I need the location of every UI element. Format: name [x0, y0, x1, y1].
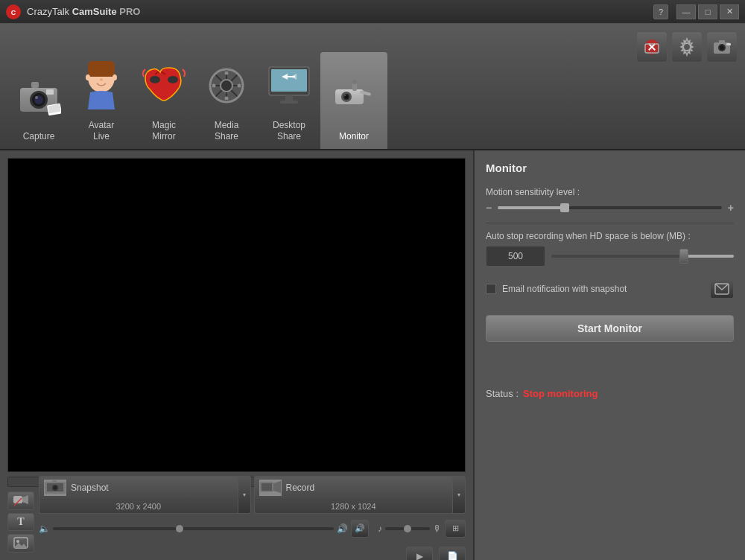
music-slider[interactable]: [385, 527, 430, 530]
title-bar: C CrazyTalk CamSuite PRO ? — □ ✕: [0, 0, 745, 24]
nav-item-capture[interactable]: Capture: [7, 34, 70, 149]
svg-point-57: [683, 43, 691, 51]
start-monitor-button[interactable]: Start Monitor: [486, 315, 734, 342]
nav-item-desktop-share[interactable]: DesktopShare: [258, 34, 320, 149]
email-icon-button[interactable]: [710, 279, 734, 299]
nav-item-avatar-live[interactable]: AvatarLive: [70, 34, 133, 149]
sensitivity-minus[interactable]: −: [486, 202, 492, 214]
snapshot-control: Snapshot 3200 x 2400 ▾: [39, 476, 251, 514]
maximize-button[interactable]: □: [698, 4, 717, 19]
mute-button[interactable]: 🔊: [351, 520, 369, 538]
sensitivity-thumb[interactable]: [560, 203, 569, 212]
camera-toggle-button[interactable]: [7, 491, 34, 510]
monitor-panel-title: Monitor: [486, 162, 734, 174]
svg-rect-9: [46, 89, 54, 95]
nav-bar: Capture: [0, 24, 745, 150]
hd-input-row: [486, 246, 734, 267]
record-file-button[interactable]: 📄: [439, 547, 466, 561]
play-button[interactable]: ▶: [406, 547, 433, 561]
nav-right-icons: [636, 31, 738, 63]
svg-point-7: [35, 96, 38, 99]
svg-point-18: [100, 79, 103, 81]
volume-slider-thumb[interactable]: [176, 525, 183, 532]
svg-rect-61: [719, 40, 725, 43]
image-overlay-button[interactable]: [7, 534, 34, 553]
svg-rect-62: [726, 43, 731, 45]
hd-slider-thumb[interactable]: [679, 249, 688, 264]
sensitivity-label: Motion sensitivity level :: [486, 187, 734, 197]
email-checkbox[interactable]: [486, 284, 496, 294]
bottom-controls: T: [7, 491, 466, 553]
svg-point-24: [168, 76, 178, 83]
avatar-live-icon: [79, 56, 124, 115]
playback-row: ▶ 📄: [406, 544, 466, 561]
cam-settings-button[interactable]: [706, 31, 738, 63]
svg-point-36: [238, 83, 241, 87]
svg-rect-76: [261, 483, 272, 491]
svg-point-22: [112, 74, 117, 80]
volume-high-icon: 🔊: [337, 524, 348, 534]
minimize-button[interactable]: —: [676, 4, 696, 19]
avatar-live-label: AvatarLive: [89, 120, 114, 143]
left-panel: T: [0, 150, 473, 560]
text-overlay-button[interactable]: T: [7, 513, 34, 532]
svg-marker-68: [14, 543, 28, 548]
svg-marker-75: [273, 481, 281, 493]
snapshot-label: Snapshot: [71, 483, 109, 493]
snapshot-button[interactable]: Snapshot 3200 x 2400: [39, 476, 238, 514]
help-button[interactable]: ?: [653, 4, 668, 19]
volume-low-icon: 🔈: [39, 524, 50, 534]
close-button[interactable]: ✕: [720, 4, 739, 19]
expand-button[interactable]: ⊞: [445, 520, 466, 538]
svg-point-52: [352, 80, 357, 84]
nav-item-media-share[interactable]: MediaShare: [195, 34, 258, 149]
svg-rect-40: [280, 101, 298, 104]
media-controls: Snapshot 3200 x 2400 ▾: [39, 476, 466, 561]
app-logo: C: [6, 4, 21, 19]
svg-point-34: [225, 96, 229, 100]
record-dropdown[interactable]: ▾: [452, 476, 466, 514]
capture-label: Capture: [23, 131, 55, 143]
svg-rect-73: [52, 480, 57, 483]
camera-preview: [7, 158, 466, 472]
hd-value-input[interactable]: [486, 246, 545, 267]
email-notification-row: Email notification with snapshot: [486, 279, 734, 299]
svg-point-50: [344, 95, 346, 96]
snapshot-size: 3200 x 2400: [39, 500, 238, 513]
music-slider-thumb[interactable]: [404, 525, 411, 532]
record-top: Record: [255, 477, 453, 500]
main-content: T: [0, 150, 745, 560]
media-share-label: MediaShare: [215, 120, 239, 143]
record-size: 1280 x 1024: [255, 500, 453, 513]
record-button[interactable]: Record 1280 x 1024: [254, 476, 453, 514]
status-row: Status : Stop monitoring: [486, 381, 734, 399]
hd-space-label: Auto stop recording when HD space is bel…: [486, 231, 734, 241]
capture-row: Snapshot 3200 x 2400 ▾: [39, 476, 466, 514]
magic-mirror-icon: [142, 56, 186, 115]
media-share-icon: [204, 56, 249, 115]
nav-item-magic-mirror[interactable]: MagicMirror: [133, 34, 195, 149]
svg-marker-64: [22, 495, 28, 504]
volume-slider[interactable]: [53, 527, 334, 530]
music-note-icon: ♪: [378, 524, 382, 534]
monitor-nav-label: Monitor: [339, 131, 369, 143]
status-value: Stop monitoring: [523, 388, 597, 399]
hd-slider[interactable]: [551, 255, 734, 258]
no-cam-button[interactable]: [636, 31, 668, 63]
snapshot-thumb: [44, 480, 66, 496]
hd-space-section: Auto stop recording when HD space is bel…: [486, 223, 734, 267]
sensitivity-plus[interactable]: +: [728, 202, 734, 214]
sensitivity-slider[interactable]: [498, 206, 722, 209]
svg-point-60: [720, 45, 724, 50]
monitor-nav-icon: [332, 67, 376, 127]
desktop-share-label: DesktopShare: [273, 120, 305, 143]
left-side-buttons: T: [7, 491, 34, 553]
svg-point-23: [150, 76, 160, 83]
settings-button[interactable]: [671, 31, 703, 63]
app-title: CrazyTalk CamSuite PRO: [27, 6, 653, 17]
svg-point-67: [16, 540, 19, 543]
svg-rect-20: [88, 66, 115, 77]
svg-point-33: [225, 71, 229, 74]
snapshot-dropdown[interactable]: ▾: [238, 476, 251, 514]
nav-item-monitor[interactable]: Monitor: [320, 52, 387, 149]
